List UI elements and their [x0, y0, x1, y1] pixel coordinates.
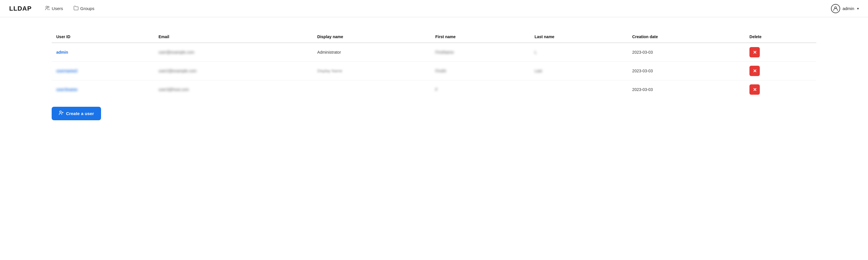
- display-name-cell: Administrator: [313, 43, 431, 62]
- main-content: User ID Email Display name First name La…: [0, 17, 868, 134]
- nav: Users Groups: [41, 4, 831, 13]
- delete-cell: ✕: [745, 62, 816, 80]
- last-name-value: L: [534, 50, 537, 55]
- col-email: Email: [154, 31, 313, 43]
- users-table: User ID Email Display name First name La…: [52, 31, 816, 99]
- admin-menu[interactable]: admin ▾: [831, 4, 859, 13]
- user-id-cell: user3name: [52, 80, 154, 99]
- admin-avatar: [831, 4, 840, 13]
- first-name-value: FirstName: [435, 50, 454, 55]
- table-row: username2 user2@example.com Display Name…: [52, 62, 816, 80]
- creation-date-value: 2023-03-03: [632, 50, 653, 55]
- table-row: admin user@example.com Administrator Fir…: [52, 43, 816, 62]
- last-name-cell: [530, 80, 627, 99]
- email-value: user3@host.com: [158, 87, 189, 92]
- col-last-name: Last name: [530, 31, 627, 43]
- email-cell: user3@host.com: [154, 80, 313, 99]
- col-user-id: User ID: [52, 31, 154, 43]
- display-name-value: Administrator: [317, 50, 341, 55]
- create-user-icon: [59, 110, 64, 117]
- first-name-cell: FirstN: [431, 62, 530, 80]
- create-user-label: Create a user: [66, 111, 94, 116]
- first-name-value: FirstN: [435, 69, 446, 73]
- creation-date-value: 2023-03-03: [632, 87, 653, 92]
- groups-icon: [73, 5, 79, 12]
- creation-date-cell: 2023-03-03: [628, 80, 745, 99]
- svg-point-0: [46, 6, 48, 8]
- col-creation-date: Creation date: [628, 31, 745, 43]
- nav-groups[interactable]: Groups: [69, 4, 98, 13]
- table-row: user3name user3@host.com F 2023-03-03: [52, 80, 816, 99]
- creation-date-cell: 2023-03-03: [628, 43, 745, 62]
- display-name-cell: [313, 80, 431, 99]
- delete-button[interactable]: ✕: [749, 47, 760, 57]
- users-icon: [45, 5, 50, 12]
- col-delete: Delete: [745, 31, 816, 43]
- user-id-link[interactable]: user3name: [56, 87, 78, 92]
- display-name-value: Display Name: [317, 69, 342, 73]
- email-cell: user@example.com: [154, 43, 313, 62]
- col-first-name: First name: [431, 31, 530, 43]
- last-name-cell: Last: [530, 62, 627, 80]
- first-name-cell: FirstName: [431, 43, 530, 62]
- user-id-link[interactable]: admin: [56, 50, 68, 55]
- admin-label: admin: [842, 6, 854, 11]
- display-name-cell: Display Name: [313, 62, 431, 80]
- nav-users[interactable]: Users: [41, 4, 67, 13]
- user-id-cell: username2: [52, 62, 154, 80]
- user-id-cell: admin: [52, 43, 154, 62]
- email-value: user2@example.com: [158, 69, 197, 73]
- email-cell: user2@example.com: [154, 62, 313, 80]
- col-display-name: Display name: [313, 31, 431, 43]
- user-id-link[interactable]: username2: [56, 69, 78, 73]
- nav-users-label: Users: [52, 6, 63, 11]
- delete-cell: ✕: [745, 43, 816, 62]
- delete-cell: ✕: [745, 80, 816, 99]
- svg-point-3: [60, 111, 61, 112]
- table-header: User ID Email Display name First name La…: [52, 31, 816, 43]
- email-value: user@example.com: [158, 50, 194, 55]
- navbar: LLDAP Users Groups admin ▾: [0, 0, 868, 17]
- create-user-button[interactable]: Create a user: [52, 107, 101, 120]
- creation-date-value: 2023-03-03: [632, 69, 653, 73]
- svg-point-1: [48, 6, 50, 8]
- table-body: admin user@example.com Administrator Fir…: [52, 43, 816, 99]
- first-name-cell: F: [431, 80, 530, 99]
- brand: LLDAP: [9, 5, 32, 12]
- last-name-cell: L: [530, 43, 627, 62]
- last-name-value: Last: [534, 69, 542, 73]
- delete-button[interactable]: ✕: [749, 85, 760, 95]
- first-name-value: F: [435, 87, 438, 92]
- admin-chevron: ▾: [857, 7, 859, 11]
- nav-groups-label: Groups: [81, 6, 94, 11]
- delete-button[interactable]: ✕: [749, 66, 760, 76]
- creation-date-cell: 2023-03-03: [628, 62, 745, 80]
